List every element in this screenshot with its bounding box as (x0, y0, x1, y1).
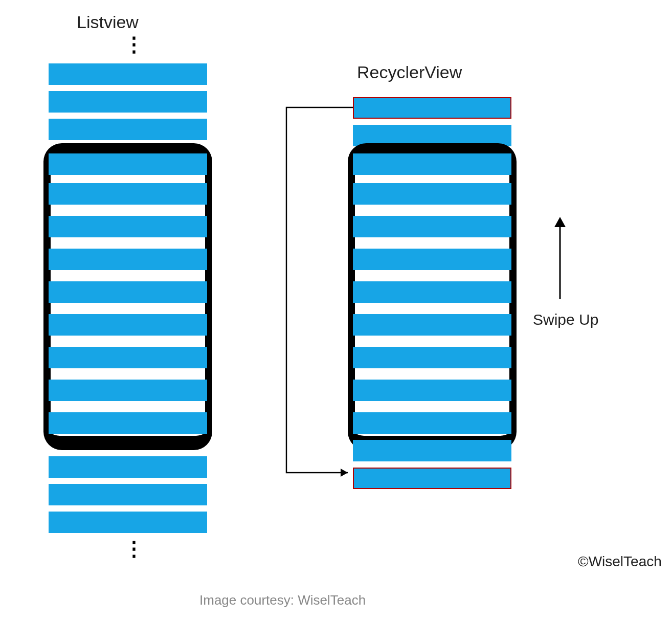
list-item (353, 440, 511, 461)
list-item (49, 314, 207, 336)
list-item (49, 153, 207, 175)
swipe-up-arrow-icon (550, 215, 570, 302)
list-item (49, 380, 207, 401)
list-item (353, 412, 511, 434)
listview-title: Listview (77, 12, 139, 32)
list-item (353, 183, 511, 205)
list-item (49, 281, 207, 303)
swipe-up-label: Swipe Up (533, 311, 598, 328)
list-item (49, 512, 207, 533)
image-caption: Image courtesy: WiselTeach (199, 592, 366, 608)
list-item (49, 249, 207, 270)
recycled-row-top (353, 97, 511, 119)
list-item (353, 216, 511, 237)
recycle-arrow-icon (276, 101, 358, 480)
list-item (49, 347, 207, 368)
list-item (49, 119, 207, 140)
list-item (353, 153, 511, 175)
list-item (353, 249, 511, 270)
list-item (49, 91, 207, 113)
list-item (49, 183, 207, 205)
recyclerview-title: RecyclerView (357, 62, 462, 82)
list-item (49, 216, 207, 237)
copyright-label: ©WiselTeach (578, 553, 662, 570)
recycled-row-bottom (353, 468, 511, 489)
list-item (49, 412, 207, 434)
ellipsis-top-icon: ⋮ (124, 41, 143, 47)
list-item (353, 281, 511, 303)
list-item (49, 484, 207, 505)
list-item (353, 380, 511, 401)
list-item (353, 314, 511, 336)
ellipsis-bottom-icon: ⋮ (124, 545, 143, 551)
list-item (49, 456, 207, 478)
list-item (49, 63, 207, 85)
list-item (353, 347, 511, 368)
